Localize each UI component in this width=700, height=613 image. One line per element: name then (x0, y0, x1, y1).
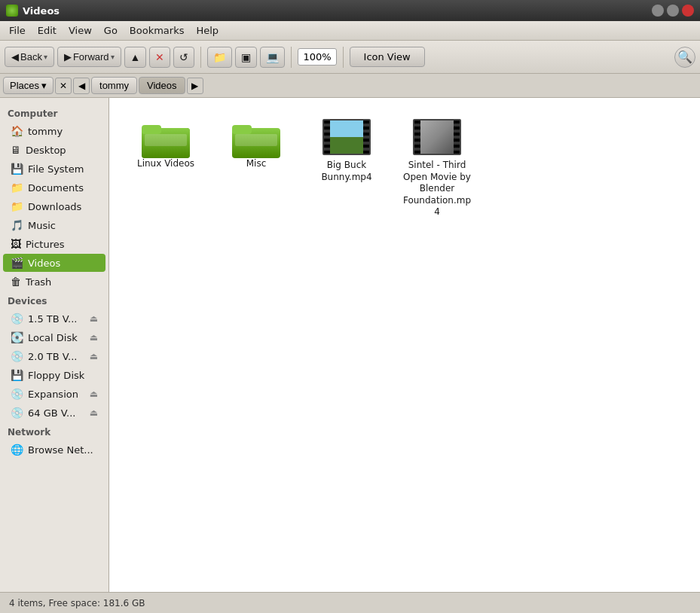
sidebar-item-label: Browse Net... (28, 444, 93, 456)
sidebar: Computer 🏠 tommy 🖥 Desktop 💾 File System… (0, 98, 109, 592)
toolbar-separator-2 (291, 47, 292, 68)
floppy-icon: 💾 (11, 369, 23, 381)
list-item[interactable]: Misc (215, 113, 298, 224)
places-dropdown-icon: ▾ (41, 80, 47, 91)
file-area: Linux Videos Misc (109, 98, 700, 592)
sidebar-item-label: 2.0 TB V... (28, 351, 77, 362)
list-item[interactable]: Sintel - Third Open Movie by Blender Fou… (396, 113, 478, 224)
new-folder-button[interactable]: 📁 (207, 47, 232, 68)
file-label: Sintel - Third Open Movie by Blender Fou… (402, 160, 472, 218)
film-strip-right (454, 120, 460, 154)
list-item[interactable]: Big Buck Bunny.mp4 (305, 113, 388, 224)
status-label: 4 items, Free space: 181.6 GB (9, 598, 145, 608)
menu-bookmarks[interactable]: Bookmarks (124, 23, 191, 38)
svg-rect-2 (142, 125, 161, 134)
sidebar-item-label: Pictures (26, 239, 64, 250)
sidebar-item-label: Expansion (28, 389, 78, 400)
local-disk-icon: 💽 (11, 331, 23, 343)
sidebar-item-documents[interactable]: 📁 Documents (3, 178, 105, 197)
app-icon (6, 5, 18, 17)
toolbar-separator-3 (343, 47, 344, 68)
svg-rect-5 (232, 125, 252, 134)
menu-edit[interactable]: Edit (32, 23, 63, 38)
open-terminal-button[interactable]: ▣ (235, 47, 257, 68)
stop-button[interactable]: ✕ (149, 47, 170, 68)
menu-file[interactable]: File (3, 23, 32, 38)
sidebar-item-label: Trash (26, 276, 51, 288)
back-label: Back (20, 51, 42, 63)
view-selector[interactable]: Icon View (350, 47, 425, 67)
breadcrumb-videos[interactable]: Videos (139, 77, 185, 94)
close-button[interactable] (682, 5, 694, 17)
forward-button[interactable]: ▶ Forward ▾ (57, 47, 121, 67)
menu-go[interactable]: Go (98, 23, 124, 38)
breadcrumb-prev-button[interactable]: ◀ (73, 78, 90, 94)
disk-icon: 💿 (11, 407, 23, 419)
forward-label: Forward (73, 51, 109, 63)
eject-icon[interactable]: ⏏ (90, 351, 98, 361)
main-area: Computer 🏠 tommy 🖥 Desktop 💾 File System… (0, 98, 700, 592)
sidebar-item-tommy[interactable]: 🏠 tommy (3, 122, 105, 140)
sidebar-item-label: Desktop (26, 145, 66, 156)
eject-icon[interactable]: ⏏ (90, 389, 98, 399)
places-label: Places (10, 80, 39, 91)
file-label: Big Buck Bunny.mp4 (311, 160, 382, 183)
computer-section-header: Computer (0, 104, 109, 121)
eject-icon[interactable]: ⏏ (90, 407, 98, 418)
list-item[interactable]: Linux Videos (124, 113, 207, 224)
statusbar: 4 items, Free space: 181.6 GB (0, 592, 700, 613)
film-strip-left (414, 120, 420, 154)
svg-rect-3 (145, 134, 187, 146)
titlebar: Videos (0, 0, 700, 21)
disk-icon: 💿 (11, 313, 23, 325)
breadcrumb-next-button[interactable]: ▶ (187, 78, 203, 94)
sidebar-item-label: Local Disk (28, 332, 78, 343)
sidebar-item-label: Videos (28, 258, 60, 269)
sidebar-item-desktop[interactable]: 🖥 Desktop (3, 141, 105, 159)
sidebar-item-label: Music (28, 220, 56, 231)
video-thumbnail (413, 119, 461, 155)
breadcrumb-tommy[interactable]: tommy (91, 77, 137, 94)
film-strip-right (363, 120, 369, 154)
places-button[interactable]: Places ▾ (3, 77, 53, 94)
menu-view[interactable]: View (63, 23, 98, 38)
sidebar-item-label: 1.5 TB V... (28, 313, 77, 325)
sidebar-item-downloads[interactable]: 📁 Downloads (3, 197, 105, 215)
network-icon: 🌐 (11, 444, 23, 456)
sidebar-item-music[interactable]: 🎵 Music (3, 216, 105, 234)
sidebar-item-browse-network[interactable]: 🌐 Browse Net... (3, 441, 105, 459)
sidebar-item-trash[interactable]: 🗑 Trash (3, 273, 105, 291)
videos-icon: 🎬 (11, 257, 23, 269)
eject-icon[interactable]: ⏏ (90, 332, 98, 343)
file-label: Linux Videos (137, 158, 194, 170)
up-button[interactable]: ▲ (124, 47, 147, 68)
sidebar-item-filesystem[interactable]: 💾 File System (3, 160, 105, 178)
file-label: Misc (246, 158, 267, 170)
sidebar-item-disk-15tb[interactable]: 💿 1.5 TB V... ⏏ (3, 310, 105, 328)
sidebar-item-local-disk[interactable]: 💽 Local Disk ⏏ (3, 328, 105, 346)
window-controls (652, 5, 694, 17)
close-sidebar-button[interactable]: ✕ (55, 78, 72, 94)
network-section-header: Network (0, 422, 109, 440)
back-arrow-icon: ◀ (11, 51, 19, 63)
sidebar-item-label: Floppy Disk (28, 370, 84, 381)
folder-icon (232, 119, 280, 158)
maximize-button[interactable] (667, 5, 679, 17)
sidebar-item-videos[interactable]: 🎬 Videos (3, 254, 105, 272)
sidebar-item-floppy[interactable]: 💾 Floppy Disk (3, 366, 105, 384)
minimize-button[interactable] (652, 5, 664, 17)
video-content (420, 120, 454, 154)
eject-icon[interactable]: ⏏ (90, 313, 98, 324)
computer-button[interactable]: 💻 (260, 47, 285, 68)
sidebar-item-disk-64gb[interactable]: 💿 64 GB V... ⏏ (3, 404, 105, 422)
sidebar-item-expansion[interactable]: 💿 Expansion ⏏ (3, 385, 105, 403)
toolbar: ◀ Back ▾ ▶ Forward ▾ ▲ ✕ ↺ 📁 ▣ 💻 100% Ic… (0, 41, 700, 74)
reload-button[interactable]: ↺ (173, 47, 194, 68)
search-button[interactable]: 🔍 (674, 47, 695, 68)
menu-help[interactable]: Help (190, 23, 225, 38)
sidebar-item-pictures[interactable]: 🖼 Pictures (3, 235, 105, 253)
downloads-icon: 📁 (11, 200, 23, 212)
pictures-icon: 🖼 (11, 238, 21, 250)
sidebar-item-disk-20tb[interactable]: 💿 2.0 TB V... ⏏ (3, 347, 105, 365)
back-button[interactable]: ◀ Back ▾ (5, 47, 54, 67)
